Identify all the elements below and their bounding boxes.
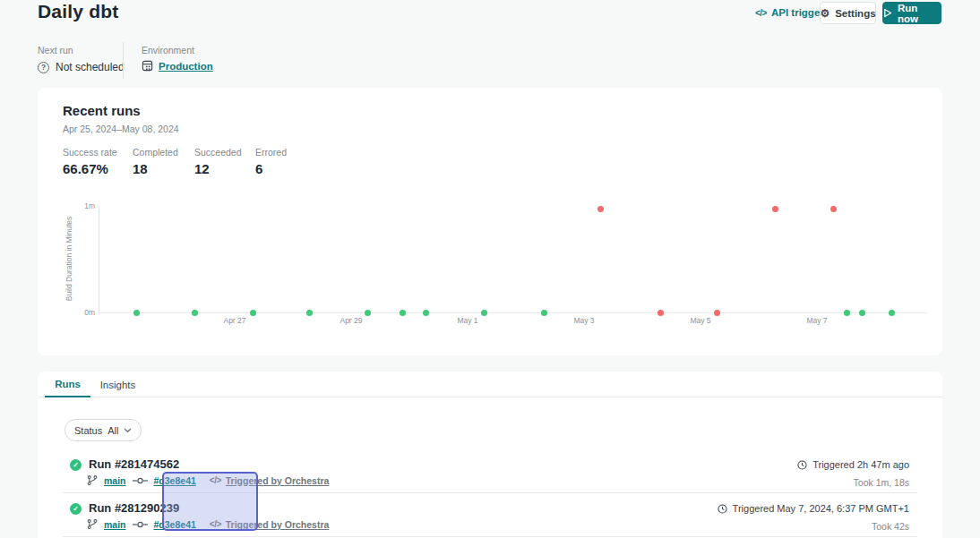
run-now-button[interactable]: Run now	[882, 2, 941, 24]
environment-icon	[142, 60, 153, 72]
page-title: Daily dbt	[38, 1, 118, 22]
data-point-error[interactable]	[772, 206, 778, 212]
data-point-success[interactable]	[133, 310, 140, 316]
status-filter-dropdown[interactable]: Status All	[64, 419, 142, 441]
stat-label: Success rate	[63, 147, 117, 158]
next-run-label: Next run	[38, 45, 73, 56]
data-point-success[interactable]	[889, 310, 895, 316]
duration-text: Took 1m, 18s	[854, 477, 909, 488]
chevron-down-icon	[124, 428, 132, 433]
stat-success-rate: Success rate 66.67%	[63, 147, 117, 176]
data-point-success[interactable]	[541, 310, 547, 316]
settings-button[interactable]: ⚙ Settings	[820, 2, 876, 24]
stat-label: Errored	[255, 147, 287, 158]
git-branch-icon	[87, 474, 98, 486]
git-commit-icon	[133, 520, 148, 529]
stat-value: 18	[133, 161, 178, 176]
recent-runs-title: Recent runs	[63, 103, 141, 118]
clock-icon	[718, 504, 727, 514]
x-axis-line	[99, 312, 927, 313]
triggered-text: Triggered May 7, 2024, 6:37 PM GMT+1	[733, 503, 909, 514]
vertical-divider	[123, 42, 124, 79]
stat-errored: Errored 6	[255, 147, 287, 176]
x-axis-tick-label: Apr 29	[324, 316, 378, 325]
data-point-success[interactable]	[844, 310, 850, 316]
data-point-success[interactable]	[306, 310, 313, 316]
data-point-success[interactable]	[481, 310, 487, 316]
run-title[interactable]: Run #281474562	[89, 457, 179, 471]
git-branch-icon	[87, 518, 98, 530]
selection-highlight-overlay	[162, 472, 258, 531]
date-range: Apr 25, 2024–May 08, 2024	[63, 124, 179, 134]
job-page: Daily dbt </> API trigger ⚙ Settings Run…	[0, 0, 980, 538]
stat-label: Succeeded	[194, 147, 242, 158]
branch-link[interactable]: main	[104, 519, 126, 530]
success-check-icon: ✓	[70, 459, 82, 471]
environment-link[interactable]: Production	[142, 60, 213, 72]
code-icon: </>	[755, 8, 767, 18]
environment-label: Environment	[142, 45, 194, 56]
tab-bar: Runs Insights	[38, 371, 942, 397]
y-axis-title: Build Duration in Minutes	[64, 205, 73, 312]
x-axis-tick-label: May 1	[441, 316, 494, 325]
data-point-success[interactable]	[250, 310, 256, 316]
data-point-success[interactable]	[400, 310, 406, 316]
environment-value: Production	[159, 61, 213, 72]
stat-value: 6	[255, 161, 287, 176]
settings-label: Settings	[835, 8, 875, 19]
clock-icon	[797, 460, 807, 470]
data-point-success[interactable]	[859, 310, 865, 316]
stat-value: 12	[194, 161, 242, 176]
api-trigger-label: API trigger	[771, 7, 824, 18]
stat-value: 66.67%	[63, 161, 117, 176]
duration-text: Took 42s	[872, 521, 909, 532]
next-run-text: Not scheduled	[56, 61, 125, 73]
run-now-label: Run now	[898, 3, 941, 24]
api-trigger-link[interactable]: </> API trigger	[755, 7, 824, 18]
git-commit-icon	[133, 476, 148, 485]
gear-icon: ⚙	[820, 8, 830, 19]
triggered-text: Triggered 2h 47m ago	[812, 459, 909, 470]
stat-succeeded: Succeeded 12	[194, 147, 242, 176]
x-axis-tick-label: May 3	[557, 316, 611, 325]
success-check-icon: ✓	[70, 503, 82, 515]
stat-label: Completed	[133, 147, 178, 158]
data-point-success[interactable]	[423, 310, 429, 316]
data-point-success[interactable]	[365, 310, 371, 316]
next-run-value: ? Not scheduled	[38, 61, 125, 73]
x-axis-tick-label: May 7	[790, 316, 844, 325]
play-icon	[883, 8, 892, 18]
filter-label: Status	[74, 425, 102, 436]
x-axis-tick-label: May 5	[674, 316, 727, 325]
build-duration-scatter-chart: Apr 27Apr 29May 1May 3May 5May 7	[99, 201, 932, 330]
row-divider	[63, 536, 917, 537]
stat-completed: Completed 18	[133, 147, 178, 176]
data-point-error[interactable]	[714, 310, 720, 316]
recent-runs-card: Recent runs Apr 25, 2024–May 08, 2024 Su…	[38, 88, 942, 355]
data-point-error[interactable]	[830, 206, 837, 212]
tab-insights[interactable]: Insights	[93, 371, 142, 397]
y-axis-line	[99, 206, 99, 312]
triggered-time: Triggered May 7, 2024, 6:37 PM GMT+1	[718, 503, 909, 514]
question-circle-icon: ?	[38, 62, 49, 73]
triggered-time: Triggered 2h 47m ago	[797, 459, 909, 470]
data-point-error[interactable]	[658, 310, 664, 316]
filter-value: All	[107, 425, 118, 436]
branch-link[interactable]: main	[104, 475, 126, 486]
data-point-success[interactable]	[192, 310, 198, 316]
data-point-error[interactable]	[597, 206, 604, 212]
x-axis-tick-label: Apr 27	[208, 316, 262, 325]
tab-runs[interactable]: Runs	[45, 371, 90, 397]
